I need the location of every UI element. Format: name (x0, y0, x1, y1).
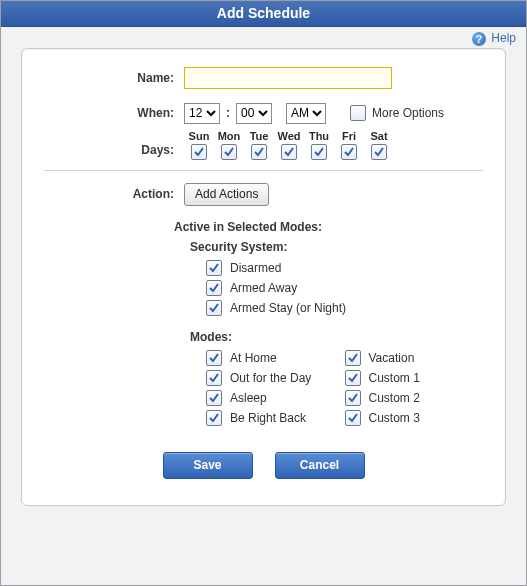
add-actions-button[interactable]: Add Actions (184, 183, 269, 206)
mode-item-row: Asleep (206, 390, 345, 406)
mode-item-checkbox[interactable] (206, 410, 222, 426)
help-row: ? Help (1, 27, 526, 48)
security-item-checkbox[interactable] (206, 300, 222, 316)
more-options-group: More Options (350, 105, 444, 121)
ampm-select[interactable]: AMPM (286, 103, 326, 124)
active-modes-block: Active in Selected Modes: Security Syste… (174, 220, 483, 430)
more-options-label: More Options (372, 106, 444, 120)
day-checkbox-fri[interactable] (341, 144, 357, 160)
day-header: Thu (304, 130, 334, 142)
mode-item-label: Custom 1 (369, 371, 420, 385)
day-header: Tue (244, 130, 274, 142)
mode-item-row: Custom 1 (345, 370, 484, 386)
day-checkbox-tue[interactable] (251, 144, 267, 160)
days-label: Days: (44, 130, 184, 157)
days-grid: SunMonTueWedThuFriSat (184, 130, 394, 160)
day-checkbox-wed[interactable] (281, 144, 297, 160)
mode-item-label: Be Right Back (230, 411, 306, 425)
title-text: Add Schedule (217, 5, 310, 21)
action-row: Action: Add Actions (44, 183, 483, 206)
mode-item-checkbox[interactable] (206, 390, 222, 406)
mode-item-label: Out for the Day (230, 371, 311, 385)
name-input[interactable] (184, 67, 392, 89)
active-modes-title: Active in Selected Modes: (174, 220, 483, 234)
security-system-title: Security System: (190, 240, 483, 254)
add-schedule-window: Add Schedule ? Help Name: When: 12123456… (0, 0, 527, 586)
modes-col-1: At HomeOut for the DayAsleepBe Right Bac… (206, 350, 345, 430)
security-item-row: Disarmed (206, 260, 483, 276)
day-header: Wed (274, 130, 304, 142)
day-header: Fri (334, 130, 364, 142)
form-panel: Name: When: 121234567891011 : 00153045 A… (21, 48, 506, 506)
help-label: Help (491, 31, 516, 45)
modes-columns: At HomeOut for the DayAsleepBe Right Bac… (206, 350, 483, 430)
divider (44, 170, 483, 171)
when-row: When: 121234567891011 : 00153045 AMPM Mo… (44, 103, 483, 124)
mode-item-checkbox[interactable] (345, 410, 361, 426)
mode-item-checkbox[interactable] (345, 390, 361, 406)
security-item-row: Armed Stay (or Night) (206, 300, 483, 316)
mode-item-checkbox[interactable] (206, 350, 222, 366)
help-link[interactable]: ? Help (472, 31, 516, 45)
mode-item-label: Asleep (230, 391, 267, 405)
mode-item-checkbox[interactable] (206, 370, 222, 386)
day-header: Sun (184, 130, 214, 142)
mode-item-label: Custom 3 (369, 411, 420, 425)
day-header: Mon (214, 130, 244, 142)
security-item-checkbox[interactable] (206, 260, 222, 276)
day-checkbox-sat[interactable] (371, 144, 387, 160)
mode-item-row: Out for the Day (206, 370, 345, 386)
mode-item-checkbox[interactable] (345, 370, 361, 386)
help-icon: ? (472, 32, 486, 46)
mode-item-row: Vacation (345, 350, 484, 366)
days-row: Days: SunMonTueWedThuFriSat (44, 130, 483, 160)
mode-item-label: Vacation (369, 351, 415, 365)
modes-col-2: VacationCustom 1Custom 2Custom 3 (345, 350, 484, 430)
mode-item-row: Custom 2 (345, 390, 484, 406)
more-options-checkbox[interactable] (350, 105, 366, 121)
add-actions-label: Add Actions (195, 187, 258, 201)
name-label: Name: (44, 71, 184, 85)
day-checkbox-thu[interactable] (311, 144, 327, 160)
minute-select[interactable]: 00153045 (236, 103, 272, 124)
cancel-button[interactable]: Cancel (275, 452, 365, 479)
mode-item-label: At Home (230, 351, 277, 365)
mode-item-label: Custom 2 (369, 391, 420, 405)
action-label: Action: (44, 187, 184, 201)
mode-item-row: Custom 3 (345, 410, 484, 426)
mode-item-checkbox[interactable] (345, 350, 361, 366)
save-button[interactable]: Save (163, 452, 253, 479)
day-header: Sat (364, 130, 394, 142)
modes-title: Modes: (190, 330, 483, 344)
button-row: Save Cancel (44, 452, 483, 479)
save-label: Save (193, 458, 221, 472)
mode-item-row: Be Right Back (206, 410, 345, 426)
security-item-row: Armed Away (206, 280, 483, 296)
day-checkbox-mon[interactable] (221, 144, 237, 160)
security-item-label: Armed Stay (or Night) (230, 301, 346, 315)
titlebar: Add Schedule (1, 1, 526, 27)
hour-select[interactable]: 121234567891011 (184, 103, 220, 124)
day-checkbox-sun[interactable] (191, 144, 207, 160)
security-item-label: Armed Away (230, 281, 297, 295)
name-row: Name: (44, 67, 483, 89)
when-label: When: (44, 106, 184, 120)
security-item-checkbox[interactable] (206, 280, 222, 296)
mode-item-row: At Home (206, 350, 345, 366)
cancel-label: Cancel (300, 458, 339, 472)
security-list: DisarmedArmed AwayArmed Stay (or Night) (206, 260, 483, 316)
time-colon: : (226, 106, 230, 120)
security-item-label: Disarmed (230, 261, 281, 275)
